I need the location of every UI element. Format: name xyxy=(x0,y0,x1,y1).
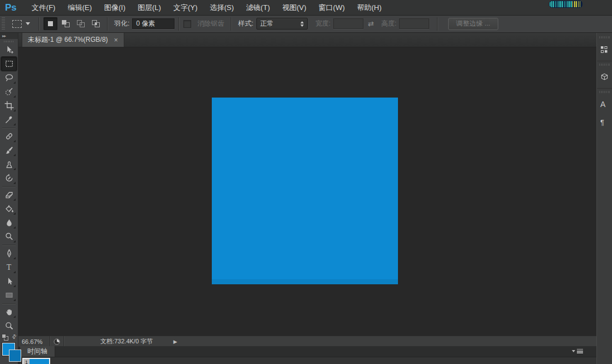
document-tab[interactable]: 未标题-1 @ 66.7%(RGB/8) × xyxy=(22,33,124,47)
new-selection-icon xyxy=(48,21,53,26)
properties-panel-button[interactable] xyxy=(597,43,612,56)
refine-edge-button[interactable]: 调整边缘 ... xyxy=(448,18,498,30)
paragraph-panel-button[interactable]: ¶ xyxy=(597,115,612,129)
menu-file[interactable]: 文件(F) xyxy=(26,0,62,15)
menu-layer[interactable]: 图层(L) xyxy=(132,0,167,15)
tool-spot-healing-brush[interactable] xyxy=(1,129,17,143)
tool-pen[interactable] xyxy=(1,246,17,260)
flyout-indicator xyxy=(13,226,16,229)
document-tab-title: 未标题-1 @ 66.7%(RGB/8) xyxy=(28,35,108,45)
antialias-label: 消除锯齿 xyxy=(197,19,224,28)
add-to-selection-button[interactable] xyxy=(59,17,72,30)
width-label: 宽度: xyxy=(315,19,331,28)
feather-input[interactable]: 0 像素 xyxy=(132,18,174,29)
timeline-tab[interactable]: 时间轴 xyxy=(20,346,55,357)
cube-icon xyxy=(600,73,609,81)
subtract-from-selection-button[interactable] xyxy=(74,17,88,30)
collapse-tools-button[interactable]: ▸▸ xyxy=(0,32,18,39)
dock-group-properties xyxy=(597,34,612,56)
flyout-indicator xyxy=(13,168,16,170)
default-colors-icon[interactable] xyxy=(2,334,6,338)
style-select[interactable]: 正常 xyxy=(256,18,308,30)
clone-stamp-icon xyxy=(4,159,14,169)
menu-select[interactable]: 选择(S) xyxy=(203,0,240,15)
tool-rectangular-marquee[interactable] xyxy=(1,57,17,71)
tool-clone-stamp[interactable] xyxy=(1,157,17,171)
tool-dodge[interactable] xyxy=(1,230,17,244)
swap-width-height-icon[interactable]: ⇄ xyxy=(368,20,374,28)
new-selection-button[interactable] xyxy=(43,17,57,30)
tool-preset-picker[interactable] xyxy=(8,17,35,31)
menu-filter[interactable]: 滤镜(T) xyxy=(240,0,276,15)
tool-horizontal-type[interactable]: T xyxy=(1,260,17,274)
tool-hand[interactable] xyxy=(1,305,17,319)
character-panel-button[interactable]: A xyxy=(597,98,612,111)
flyout-indicator xyxy=(13,67,16,70)
character-panel-icon: A xyxy=(600,100,605,109)
tool-crop[interactable] xyxy=(1,99,17,113)
options-divider xyxy=(231,17,231,31)
document-artboard[interactable] xyxy=(212,98,398,284)
marquee-preset-icon xyxy=(12,20,22,28)
flyout-indicator xyxy=(13,212,16,215)
zoom-level-field[interactable]: 66.67% xyxy=(18,338,50,345)
tool-paint-bucket[interactable] xyxy=(1,202,17,216)
threed-panel-button[interactable] xyxy=(597,70,612,84)
tool-blur[interactable] xyxy=(1,216,17,230)
intersect-selection-button[interactable] xyxy=(89,17,103,30)
tool-eraser[interactable] xyxy=(1,188,17,202)
timeline-frame-1[interactable]: 1 xyxy=(22,358,50,364)
options-bar-grip[interactable] xyxy=(2,17,5,31)
crop-tool-icon xyxy=(4,101,14,110)
document-tab-bar: 未标题-1 @ 66.7%(RGB/8) × xyxy=(18,32,596,47)
spinner-arrows-icon xyxy=(300,21,304,27)
timeline-frames-strip: 1 xyxy=(20,357,596,364)
antialias-checkbox[interactable] xyxy=(183,20,191,28)
chevron-down-icon xyxy=(572,350,575,352)
tool-path-selection[interactable] xyxy=(1,274,17,288)
menu-edit[interactable]: 编辑(E) xyxy=(61,0,98,15)
feather-label: 羽化: xyxy=(114,19,129,28)
document-size-info: 文档:732.4K/0 字节 xyxy=(88,337,166,346)
dock-grip[interactable] xyxy=(599,64,610,66)
status-sync-button[interactable] xyxy=(50,338,64,345)
tool-history-brush[interactable] xyxy=(1,171,17,185)
menu-bar: Ps 文件(F) 编辑(E) 图像(I) 图层(L) 文字(Y) 选择(S) 滤… xyxy=(0,0,612,16)
app-bar-indicator-widget[interactable] xyxy=(549,1,582,8)
flyout-indicator xyxy=(13,316,16,318)
paragraph-panel-icon: ¶ xyxy=(600,118,604,127)
height-input[interactable] xyxy=(399,18,429,29)
background-color-swatch[interactable] xyxy=(9,350,21,362)
menu-image[interactable]: 图像(I) xyxy=(98,0,132,15)
tool-move[interactable] xyxy=(1,43,17,57)
canvas-area[interactable] xyxy=(18,47,596,336)
disk-status-icon xyxy=(54,338,60,345)
tool-quick-selection[interactable] xyxy=(1,85,17,99)
tool-brush[interactable] xyxy=(1,143,17,157)
flyout-indicator xyxy=(13,81,16,84)
tool-rectangle-shape[interactable] xyxy=(1,288,17,302)
flyout-indicator xyxy=(13,299,16,301)
tool-zoom[interactable] xyxy=(1,319,17,333)
type-tool-icon: T xyxy=(7,263,12,272)
tools-divider xyxy=(2,128,16,128)
width-input[interactable] xyxy=(333,18,363,29)
swap-colors-icon[interactable]: ⇄ xyxy=(10,333,18,341)
hamburger-menu-icon xyxy=(577,349,583,353)
pen-tool-icon xyxy=(4,249,14,258)
dock-grip[interactable] xyxy=(599,36,610,38)
status-menu-arrow-icon[interactable]: ▶ xyxy=(173,339,177,344)
menu-help[interactable]: 帮助(H) xyxy=(351,0,388,15)
dock-grip[interactable] xyxy=(599,91,610,93)
tools-panel-grip[interactable] xyxy=(4,41,14,42)
tool-eyedropper[interactable] xyxy=(1,113,17,127)
flyout-indicator xyxy=(13,123,16,125)
menu-view[interactable]: 视图(V) xyxy=(276,0,312,15)
quick-selection-icon xyxy=(4,87,14,96)
menu-window[interactable]: 窗口(W) xyxy=(313,0,351,15)
close-icon[interactable]: × xyxy=(114,37,118,43)
tool-lasso[interactable] xyxy=(1,71,17,85)
options-divider xyxy=(107,17,108,31)
timeline-panel-menu-button[interactable] xyxy=(572,349,583,353)
menu-type[interactable]: 文字(Y) xyxy=(167,0,203,15)
